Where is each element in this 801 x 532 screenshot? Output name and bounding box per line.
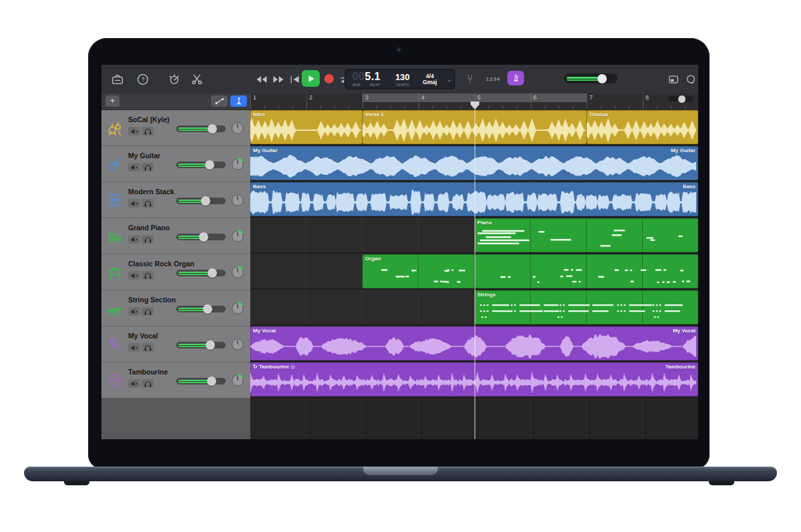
master-volume-slider[interactable] — [564, 73, 617, 83]
playhead-marker[interactable] — [471, 101, 479, 109]
solo-button[interactable] — [142, 307, 154, 316]
catch-playhead-button[interactable] — [230, 95, 247, 107]
mute-solo-group — [128, 163, 154, 172]
mute-button[interactable] — [128, 271, 140, 280]
solo-button[interactable] — [142, 271, 154, 280]
track-volume-slider[interactable] — [176, 162, 226, 168]
tuner-icon[interactable] — [462, 71, 478, 87]
track-header-modern-stack[interactable]: Modern Stack — [101, 182, 250, 218]
lcd-key: Gmaj — [423, 79, 437, 85]
add-track-button[interactable]: + — [105, 95, 119, 107]
ruler-beat-tick — [376, 105, 377, 109]
ruler-beat-tick — [433, 105, 433, 109]
tambourine-icon — [106, 372, 123, 389]
pan-knob[interactable] — [231, 194, 244, 207]
timeline-ruler[interactable]: 12345678 — [250, 93, 698, 110]
region-label: Intro — [253, 111, 265, 117]
solo-button[interactable] — [142, 343, 154, 352]
track-header-my-vocal[interactable]: My Vocal — [101, 326, 250, 362]
pan-knob[interactable] — [231, 374, 244, 387]
lcd-beat-label: BEAT — [370, 83, 380, 87]
track-volume-slider[interactable] — [176, 306, 226, 312]
main-area: + SoCal (Kyle)My GuitarModern StackGrand… — [101, 93, 698, 439]
region-piano[interactable]: Piano — [475, 218, 698, 252]
zoom-slider[interactable] — [668, 96, 694, 101]
track-name: Classic Rock Organ — [128, 260, 194, 268]
solo-button[interactable] — [142, 127, 154, 136]
lcd-display[interactable]: 005.1 BAR BEAT 130 TEMPO 4/4 Gmaj — [344, 69, 455, 89]
region-untitled[interactable] — [475, 254, 698, 288]
mute-button[interactable] — [128, 307, 140, 316]
track-volume-knob[interactable] — [205, 160, 214, 170]
waveform — [250, 117, 362, 144]
track-header-classic-rock-organ[interactable]: Classic Rock Organ — [101, 254, 250, 290]
master-volume-knob[interactable] — [597, 74, 607, 83]
track-volume-knob[interactable] — [203, 304, 212, 314]
mute-button[interactable] — [128, 127, 140, 136]
track-volume-slider[interactable] — [176, 270, 226, 276]
mute-solo-group — [128, 127, 154, 136]
track-name: String Section — [128, 296, 176, 304]
zoom-slider-knob[interactable] — [678, 95, 686, 103]
pan-knob[interactable] — [231, 121, 244, 135]
loop-browser-icon[interactable] — [683, 71, 698, 87]
mute-button[interactable] — [128, 235, 140, 244]
solo-button[interactable] — [142, 199, 154, 208]
track-header-tambourine[interactable]: Tambourine — [101, 362, 250, 398]
solo-button[interactable] — [142, 379, 154, 388]
pan-knob[interactable] — [231, 338, 244, 351]
track-header-grand-piano[interactable]: Grand Piano — [101, 218, 250, 254]
track-volume-slider[interactable] — [176, 342, 226, 348]
solo-button[interactable] — [142, 235, 154, 244]
region-strings[interactable]: Strings — [475, 290, 698, 324]
track-volume-knob[interactable] — [206, 340, 215, 350]
region-label-right: My Vocal — [673, 328, 696, 334]
mute-button[interactable] — [128, 343, 140, 352]
ruler-beat-tick — [461, 105, 461, 109]
record-button[interactable] — [324, 74, 334, 83]
count-in-button[interactable]: 1234 — [486, 76, 501, 82]
chevron-down-icon[interactable]: ⌄ — [443, 76, 455, 83]
track-volume-slider[interactable] — [176, 125, 226, 132]
track-volume-knob[interactable] — [208, 124, 217, 134]
pan-knob[interactable] — [231, 302, 244, 315]
track-header-my-guitar[interactable]: My Guitar — [101, 146, 250, 182]
media-browser-icon[interactable] — [665, 71, 682, 87]
mute-button[interactable] — [128, 199, 140, 208]
automation-button[interactable] — [211, 95, 228, 107]
track-header-socal-kyle-[interactable]: SoCal (Kyle) — [101, 110, 250, 146]
track-volume-slider[interactable] — [176, 234, 226, 240]
play-button[interactable] — [302, 70, 320, 87]
track-volume-knob[interactable] — [208, 268, 217, 278]
track-header-string-section[interactable]: String Section — [101, 290, 250, 326]
region-organ[interactable]: Organ — [362, 254, 475, 288]
track-name: Tambourine — [128, 368, 168, 376]
track-volume-knob[interactable] — [199, 232, 208, 242]
region-label: Strings — [477, 292, 496, 298]
editors-scissors-icon[interactable] — [189, 71, 205, 87]
pan-knob[interactable] — [231, 158, 244, 171]
mute-button[interactable] — [128, 163, 140, 172]
pan-knob[interactable] — [231, 230, 244, 243]
pan-knob[interactable] — [231, 266, 244, 279]
track-volume-knob[interactable] — [207, 376, 216, 386]
quick-help-icon[interactable]: ? — [135, 71, 151, 87]
region-chorus[interactable]: Chorus — [587, 110, 698, 144]
playhead-line[interactable] — [475, 109, 475, 439]
lcd-tempo: 130 TEMPO — [388, 69, 417, 89]
track-volume-knob[interactable] — [201, 196, 210, 206]
region-intro[interactable]: Intro — [250, 110, 362, 144]
library-icon[interactable] — [109, 71, 125, 87]
macbook-laptop: ? — [0, 0, 801, 532]
track-volume-slider[interactable] — [176, 378, 226, 384]
metronome-button[interactable] — [507, 71, 524, 85]
rewind-button[interactable] — [254, 71, 270, 87]
solo-button[interactable] — [142, 163, 154, 172]
fast-forward-button[interactable] — [270, 71, 286, 87]
mute-solo-group — [128, 307, 154, 316]
go-to-beginning-button[interactable] — [287, 71, 303, 87]
smart-controls-icon[interactable] — [166, 71, 182, 87]
ruler-beat-tick — [671, 105, 672, 109]
track-volume-slider[interactable] — [176, 198, 226, 204]
mute-button[interactable] — [128, 379, 140, 388]
